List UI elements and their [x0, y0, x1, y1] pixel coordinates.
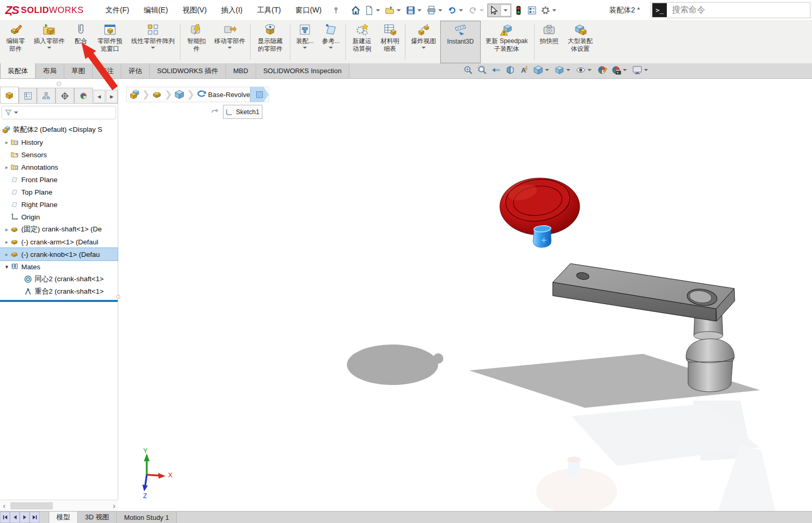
options-button[interactable]: [539, 4, 559, 17]
large-assembly-settings-button[interactable]: 大型装配体设置: [562, 21, 598, 63]
scrollbar-thumb[interactable]: [10, 502, 53, 510]
expander-icon[interactable]: ▾: [3, 264, 10, 270]
panel-collapse-handle[interactable]: [57, 81, 61, 86]
breadcrumb-assembly-icon[interactable]: [130, 89, 140, 100]
menu-window[interactable]: 窗口(W): [288, 2, 329, 19]
expander-icon[interactable]: ▸: [3, 226, 10, 233]
configurationmanager-tab[interactable]: [37, 88, 55, 103]
select-dropdown[interactable]: [500, 5, 510, 16]
exploded-view-button[interactable]: 爆炸视图: [407, 21, 440, 63]
tab-evaluate[interactable]: 评估: [121, 63, 150, 78]
smart-fasteners-button[interactable]: 智能扣件: [182, 21, 211, 63]
edit-component-button[interactable]: 编辑零部件: [2, 21, 29, 63]
menu-insert[interactable]: 插入(I): [214, 2, 250, 19]
panel-horizontal-scrollbar[interactable]: ‹ ›: [0, 500, 118, 511]
tree-item-assembly-root[interactable]: 装配体2 (Default) <Display S: [0, 123, 118, 136]
menu-tools[interactable]: 工具(T): [250, 2, 288, 19]
tab-solidworks-addins[interactable]: SOLIDWORKS 插件: [150, 63, 226, 78]
graphics-area[interactable]: ❯ ❯ ❯ Base-Revolve Sketch1: [123, 79, 812, 511]
tab-layout[interactable]: 布局: [36, 63, 64, 78]
dropdown-arrow-icon[interactable]: [552, 9, 556, 11]
breadcrumb-selected-feature[interactable]: [250, 87, 269, 102]
open-button[interactable]: [384, 4, 403, 17]
rollback-bar[interactable]: [0, 300, 118, 302]
tab-mbd[interactable]: MBD: [226, 63, 256, 78]
scroll-left-icon[interactable]: ‹: [0, 502, 8, 510]
zoom-fit-icon[interactable]: [463, 65, 473, 75]
edit-appearance-button[interactable]: [597, 65, 607, 75]
expander-icon[interactable]: ▸: [3, 239, 10, 245]
panel-splitter-handle[interactable]: [116, 295, 120, 299]
tree-item-annotations[interactable]: ▸ A Annotations: [0, 161, 118, 173]
dropdown-arrow-icon[interactable]: [417, 9, 422, 11]
dropdown-arrow-icon[interactable]: [438, 9, 442, 11]
zoom-to-area-icon[interactable]: [477, 65, 487, 75]
hide-show-items-button[interactable]: [576, 65, 593, 75]
breadcrumb-feature-label[interactable]: Base-Revolve: [208, 91, 250, 99]
displaymanager-tab[interactable]: [74, 88, 93, 103]
tab-scroll-last-button[interactable]: [30, 512, 39, 523]
show-hidden-components-button[interactable]: 显示隐藏的零部件: [252, 21, 288, 63]
save-button[interactable]: [404, 4, 424, 17]
breadcrumb-body-icon[interactable]: [174, 89, 185, 100]
view-annotations-icon[interactable]: A: [519, 65, 529, 75]
tree-item-coincident-mate[interactable]: 重合2 (crank-shaft<1>: [0, 285, 118, 298]
propertymanager-tab[interactable]: [19, 88, 37, 103]
tab-scroll-first-button[interactable]: [0, 512, 10, 523]
select-tool-button[interactable]: [487, 4, 511, 17]
previous-view-icon[interactable]: [491, 65, 501, 75]
pin-menu-icon[interactable]: [332, 6, 340, 15]
command-search[interactable]: >_ 搜索命令: [651, 2, 810, 18]
scroll-right-icon[interactable]: ›: [110, 502, 118, 510]
dimxpertmanager-tab[interactable]: [55, 88, 74, 103]
expander-icon[interactable]: ▸: [3, 251, 10, 258]
new-document-button[interactable]: [363, 4, 383, 17]
tree-item-top-plane[interactable]: Top Plane: [0, 186, 118, 198]
dropdown-arrow-icon[interactable]: [422, 47, 426, 49]
dropdown-arrow-icon[interactable]: [459, 9, 463, 11]
insert-component-button[interactable]: 插入零部件: [29, 21, 69, 63]
apply-scene-button[interactable]: [611, 65, 628, 75]
mate-button[interactable]: 配合: [69, 21, 92, 63]
redo-button[interactable]: [467, 4, 486, 17]
home-button[interactable]: [349, 4, 362, 17]
tree-filter-bar[interactable]: [2, 106, 116, 119]
tree-item-crank-arm[interactable]: ▸ (-) crank-arm<1> (Defaul: [0, 236, 118, 248]
tree-item-front-plane[interactable]: Front Plane: [0, 173, 118, 186]
assembly-features-button[interactable]: 装配...: [292, 21, 318, 63]
dropdown-arrow-icon[interactable]: [228, 47, 232, 49]
expander-icon[interactable]: ▸: [3, 164, 10, 171]
panel-tabs-scroll-right[interactable]: ►: [106, 90, 118, 103]
new-motion-study-button[interactable]: 新建运动算例: [347, 21, 376, 63]
3d-views-tab[interactable]: 3D 视图: [78, 512, 117, 523]
tree-item-history[interactable]: ▸ History: [0, 136, 118, 148]
dropdown-arrow-icon[interactable]: [303, 47, 307, 49]
take-snapshot-button[interactable]: 拍快照: [536, 21, 562, 63]
panel-tabs-scroll-left[interactable]: ◄: [93, 90, 105, 103]
expander-icon[interactable]: ▸: [3, 139, 10, 146]
breadcrumb-revolve-icon[interactable]: [197, 89, 207, 100]
dropdown-arrow-icon[interactable]: [47, 47, 51, 49]
sketch1-item[interactable]: Sketch1: [223, 105, 262, 119]
tab-solidworks-inspection[interactable]: SOLIDWORKS Inspection: [256, 63, 349, 78]
menu-edit[interactable]: 编辑(E): [136, 2, 175, 19]
file-properties-button[interactable]: [526, 4, 538, 17]
linear-component-pattern-button[interactable]: 线性零部件阵列: [128, 21, 178, 63]
reference-geometry-button[interactable]: 参考...: [318, 21, 344, 63]
tree-item-concentric-mate[interactable]: 同心2 (crank-shaft<1>: [0, 273, 118, 285]
dropdown-arrow-icon[interactable]: [151, 47, 155, 49]
menu-file[interactable]: 文件(F): [98, 2, 136, 19]
model-tab[interactable]: 模型: [49, 512, 78, 523]
dropdown-arrow-icon[interactable]: [329, 47, 333, 49]
tab-scroll-next-button[interactable]: [20, 512, 30, 523]
print-button[interactable]: [425, 4, 445, 17]
component-preview-window-button[interactable]: 零部件预览窗口: [92, 21, 128, 63]
tree-item-crank-knob[interactable]: ▸ (-) crank-knob<1> (Defau: [0, 248, 118, 260]
view-settings-button[interactable]: [632, 65, 650, 75]
tab-markup[interactable]: 标注: [93, 63, 121, 78]
motion-study-tab[interactable]: Motion Study 1: [117, 512, 177, 523]
section-view-icon[interactable]: [505, 65, 515, 75]
tab-assembly[interactable]: 装配体: [0, 63, 36, 78]
update-speedpak-button[interactable]: 更新 Speedpak子装配体: [481, 21, 533, 63]
tab-sketch[interactable]: 草图: [64, 63, 93, 78]
